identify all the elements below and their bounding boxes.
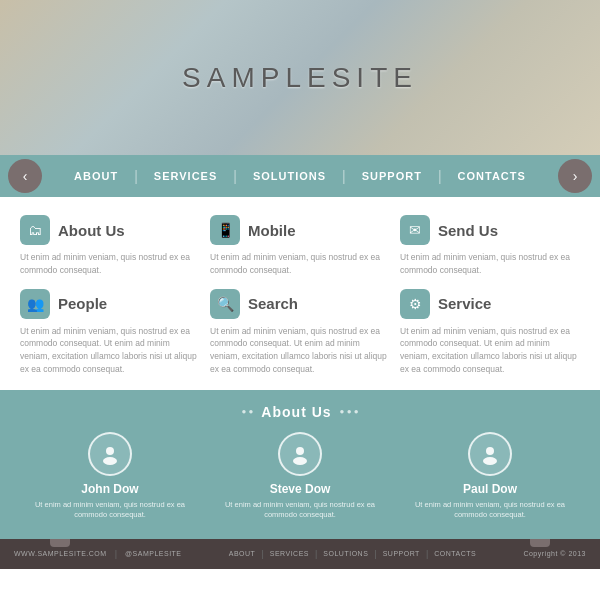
item-title-3: People (58, 295, 107, 312)
svg-point-4 (486, 447, 494, 455)
dot-1: ● ● (241, 407, 253, 416)
person-text-1: Ut enim ad minim veniam, quis nostrud ex… (210, 500, 390, 521)
footer-sep-3: | (315, 549, 317, 559)
person-avatar-1 (278, 432, 322, 476)
footer-social: @SAMPLESITE (125, 550, 182, 557)
about-us-icon: 🗂 (20, 215, 50, 245)
svg-point-5 (483, 457, 497, 465)
person-name-0: John Dow (81, 482, 138, 496)
svg-point-3 (293, 457, 307, 465)
service-icon: ⚙ (400, 289, 430, 319)
item-text-5: Ut enim ad minim veniam, quis nostrud ex… (400, 325, 580, 376)
person-avatar-2 (468, 432, 512, 476)
dot-2: ● ● ● (340, 407, 359, 416)
people-icon: 👥 (20, 289, 50, 319)
item-text-0: Ut enim ad minim veniam, quis nostrud ex… (20, 251, 200, 277)
svg-point-1 (103, 457, 117, 465)
footer-sep-1: | (115, 549, 117, 559)
content-item-1: 📱 Mobile Ut enim ad minim veniam, quis n… (210, 215, 390, 277)
item-text-2: Ut enim ad minim veniam, quis nostrud ex… (400, 251, 580, 277)
item-header-4: 🔍 Search (210, 289, 390, 319)
footer-nav-solutions[interactable]: SOLUTIONS (323, 550, 368, 557)
item-title-0: About Us (58, 222, 125, 239)
svg-point-2 (296, 447, 304, 455)
mobile-icon: 📱 (210, 215, 240, 245)
item-text-3: Ut enim ad minim veniam, quis nostrud ex… (20, 325, 200, 376)
person-avatar-0 (88, 432, 132, 476)
footer-left: WWW.SAMPLESITE.COM | @SAMPLESITE (14, 549, 182, 559)
nav-item-solutions[interactable]: SOLUTIONS (237, 170, 342, 182)
content-item-5: ⚙ Service Ut enim ad minim veniam, quis … (400, 289, 580, 376)
person-name-2: Paul Dow (463, 482, 517, 496)
about-grid: John Dow Ut enim ad minim veniam, quis n… (20, 432, 580, 521)
nav-item-contacts[interactable]: CONTACTS (442, 170, 542, 182)
item-header-0: 🗂 About Us (20, 215, 200, 245)
footer-nav-support[interactable]: SUPPORT (383, 550, 420, 557)
nav-item-about[interactable]: ABOUT (58, 170, 134, 182)
item-text-1: Ut enim ad minim veniam, quis nostrud ex… (210, 251, 390, 277)
item-header-2: ✉ Send Us (400, 215, 580, 245)
content-item-3: 👥 People Ut enim ad minim veniam, quis n… (20, 289, 200, 376)
footer-website: WWW.SAMPLESITE.COM (14, 550, 107, 557)
svg-point-0 (106, 447, 114, 455)
item-header-5: ⚙ Service (400, 289, 580, 319)
person-name-1: Steve Dow (270, 482, 331, 496)
nav-next-button[interactable]: › (558, 159, 592, 193)
content-grid: 🗂 About Us Ut enim ad minim veniam, quis… (20, 215, 580, 376)
item-title-4: Search (248, 295, 298, 312)
footer-nav-services[interactable]: SERVICES (270, 550, 309, 557)
person-text-0: Ut enim ad minim veniam, quis nostrud ex… (20, 500, 200, 521)
person-item-1: Steve Dow Ut enim ad minim veniam, quis … (210, 432, 390, 521)
footer-sep-4: | (374, 549, 376, 559)
person-item-0: John Dow Ut enim ad minim veniam, quis n… (20, 432, 200, 521)
footer-sep-2: | (261, 549, 263, 559)
hero-section: SAMPLESITE (0, 0, 600, 155)
search-icon: 🔍 (210, 289, 240, 319)
footer-nav: ABOUT | SERVICES | SOLUTIONS | SUPPORT |… (229, 549, 476, 559)
person-text-2: Ut enim ad minim veniam, quis nostrud ex… (400, 500, 580, 521)
content-item-4: 🔍 Search Ut enim ad minim veniam, quis n… (210, 289, 390, 376)
nav-item-services[interactable]: SERVICES (138, 170, 233, 182)
footer-sep-5: | (426, 549, 428, 559)
footer-nav-about[interactable]: ABOUT (229, 550, 256, 557)
about-header: ● ● About Us ● ● ● (20, 404, 580, 420)
item-header-1: 📱 Mobile (210, 215, 390, 245)
site-title: SAMPLESITE (182, 62, 418, 94)
nav-items: ABOUT | SERVICES | SOLUTIONS | SUPPORT |… (58, 168, 542, 184)
navbar: ‹ ABOUT | SERVICES | SOLUTIONS | SUPPORT… (0, 155, 600, 197)
footer-nav-contacts[interactable]: CONTACTS (434, 550, 476, 557)
footer-copyright: Copyright © 2013 (523, 550, 586, 557)
content-section: 🗂 About Us Ut enim ad minim veniam, quis… (0, 197, 600, 390)
item-title-5: Service (438, 295, 491, 312)
nav-item-support[interactable]: SUPPORT (346, 170, 438, 182)
about-section: ● ● About Us ● ● ● John Dow Ut enim ad m… (0, 390, 600, 539)
send-us-icon: ✉ (400, 215, 430, 245)
item-text-4: Ut enim ad minim veniam, quis nostrud ex… (210, 325, 390, 376)
item-title-1: Mobile (248, 222, 296, 239)
item-header-3: 👥 People (20, 289, 200, 319)
content-item-2: ✉ Send Us Ut enim ad minim veniam, quis … (400, 215, 580, 277)
nav-prev-button[interactable]: ‹ (8, 159, 42, 193)
person-item-2: Paul Dow Ut enim ad minim veniam, quis n… (400, 432, 580, 521)
footer: WWW.SAMPLESITE.COM | @SAMPLESITE ABOUT |… (0, 539, 600, 569)
about-title: About Us (261, 404, 331, 420)
content-item-0: 🗂 About Us Ut enim ad minim veniam, quis… (20, 215, 200, 277)
item-title-2: Send Us (438, 222, 498, 239)
